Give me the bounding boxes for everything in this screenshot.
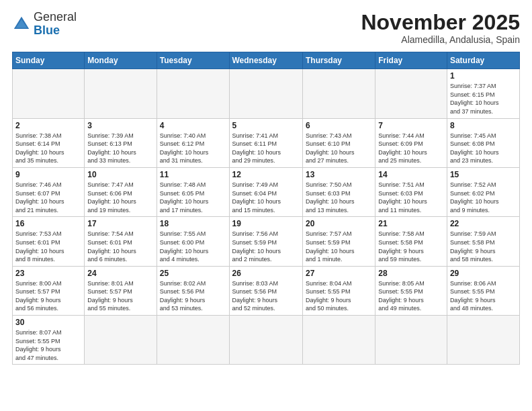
- header-wednesday: Wednesday: [229, 52, 302, 69]
- table-row: 1Sunrise: 7:37 AM Sunset: 6:15 PM Daylig…: [447, 69, 519, 118]
- table-row: [13, 69, 85, 118]
- day-number: 26: [232, 269, 300, 278]
- day-number: 16: [15, 219, 81, 228]
- day-info: Sunrise: 7:38 AM Sunset: 6:14 PM Dayligh…: [15, 132, 81, 165]
- day-info: Sunrise: 7:37 AM Sunset: 6:15 PM Dayligh…: [450, 82, 517, 116]
- calendar-row-2: 2Sunrise: 7:38 AM Sunset: 6:14 PM Daylig…: [13, 118, 520, 167]
- table-row: 21Sunrise: 7:58 AM Sunset: 5:58 PM Dayli…: [375, 217, 447, 266]
- day-info: Sunrise: 8:06 AM Sunset: 5:55 PM Dayligh…: [450, 279, 517, 313]
- day-number: 6: [306, 121, 372, 130]
- table-row: 15Sunrise: 7:52 AM Sunset: 6:02 PM Dayli…: [447, 167, 519, 216]
- month-title: November 2025: [361, 11, 520, 34]
- table-row: 23Sunrise: 8:00 AM Sunset: 5:57 PM Dayli…: [13, 266, 85, 315]
- table-row: [85, 316, 157, 365]
- day-info: Sunrise: 7:50 AM Sunset: 6:03 PM Dayligh…: [306, 181, 372, 214]
- day-number: 21: [378, 219, 444, 228]
- day-number: 30: [15, 318, 81, 327]
- table-row: 28Sunrise: 8:05 AM Sunset: 5:55 PM Dayli…: [375, 266, 447, 315]
- table-row: 4Sunrise: 7:40 AM Sunset: 6:12 PM Daylig…: [157, 118, 229, 167]
- header-thursday: Thursday: [302, 52, 375, 69]
- table-row: 26Sunrise: 8:03 AM Sunset: 5:56 PM Dayli…: [229, 266, 302, 315]
- table-row: 13Sunrise: 7:50 AM Sunset: 6:03 PM Dayli…: [302, 167, 375, 216]
- day-number: 29: [450, 269, 517, 278]
- header: General Blue November 2025 Alamedilla, A…: [12, 11, 520, 45]
- day-number: 8: [450, 121, 517, 130]
- logo-blue: Blue: [34, 24, 77, 38]
- day-info: Sunrise: 7:48 AM Sunset: 6:05 PM Dayligh…: [160, 181, 226, 214]
- day-number: 27: [306, 269, 372, 278]
- table-row: 10Sunrise: 7:47 AM Sunset: 6:06 PM Dayli…: [85, 167, 157, 216]
- day-info: Sunrise: 7:45 AM Sunset: 6:08 PM Dayligh…: [450, 132, 517, 165]
- day-info: Sunrise: 7:40 AM Sunset: 6:12 PM Dayligh…: [160, 132, 226, 165]
- table-row: 27Sunrise: 8:04 AM Sunset: 5:55 PM Dayli…: [302, 266, 375, 315]
- table-row: 12Sunrise: 7:49 AM Sunset: 6:04 PM Dayli…: [229, 167, 302, 216]
- day-info: Sunrise: 7:41 AM Sunset: 6:11 PM Dayligh…: [232, 132, 300, 165]
- day-number: 24: [87, 269, 153, 278]
- table-row: [157, 69, 229, 118]
- table-row: [157, 316, 229, 365]
- day-info: Sunrise: 7:57 AM Sunset: 5:59 PM Dayligh…: [306, 230, 372, 263]
- header-tuesday: Tuesday: [157, 52, 229, 69]
- day-info: Sunrise: 7:43 AM Sunset: 6:10 PM Dayligh…: [306, 132, 372, 165]
- table-row: [229, 69, 302, 118]
- day-info: Sunrise: 7:49 AM Sunset: 6:04 PM Dayligh…: [232, 181, 300, 214]
- table-row: 29Sunrise: 8:06 AM Sunset: 5:55 PM Dayli…: [447, 266, 519, 315]
- table-row: 6Sunrise: 7:43 AM Sunset: 6:10 PM Daylig…: [302, 118, 375, 167]
- header-sunday: Sunday: [13, 52, 85, 69]
- day-number: 5: [232, 121, 300, 130]
- logo-icon: [12, 15, 31, 34]
- day-info: Sunrise: 7:54 AM Sunset: 6:01 PM Dayligh…: [87, 230, 153, 263]
- table-row: 8Sunrise: 7:45 AM Sunset: 6:08 PM Daylig…: [447, 118, 519, 167]
- table-row: 19Sunrise: 7:56 AM Sunset: 5:59 PM Dayli…: [229, 217, 302, 266]
- day-info: Sunrise: 7:44 AM Sunset: 6:09 PM Dayligh…: [378, 132, 444, 165]
- table-row: 11Sunrise: 7:48 AM Sunset: 6:05 PM Dayli…: [157, 167, 229, 216]
- table-row: 24Sunrise: 8:01 AM Sunset: 5:57 PM Dayli…: [85, 266, 157, 315]
- day-info: Sunrise: 8:05 AM Sunset: 5:55 PM Dayligh…: [378, 279, 444, 313]
- day-number: 17: [87, 219, 153, 228]
- logo-text: General Blue: [34, 11, 77, 38]
- day-number: 15: [450, 170, 517, 179]
- day-info: Sunrise: 7:46 AM Sunset: 6:07 PM Dayligh…: [15, 181, 81, 214]
- table-row: 3Sunrise: 7:39 AM Sunset: 6:13 PM Daylig…: [85, 118, 157, 167]
- day-number: 9: [15, 170, 81, 179]
- location: Alamedilla, Andalusia, Spain: [361, 34, 520, 45]
- calendar: Sunday Monday Tuesday Wednesday Thursday…: [12, 52, 520, 365]
- day-info: Sunrise: 7:47 AM Sunset: 6:06 PM Dayligh…: [87, 181, 153, 214]
- table-row: [85, 69, 157, 118]
- logo-general: General: [34, 11, 77, 24]
- table-row: 14Sunrise: 7:51 AM Sunset: 6:03 PM Dayli…: [375, 167, 447, 216]
- day-number: 20: [306, 219, 372, 228]
- table-row: 5Sunrise: 7:41 AM Sunset: 6:11 PM Daylig…: [229, 118, 302, 167]
- table-row: 7Sunrise: 7:44 AM Sunset: 6:09 PM Daylig…: [375, 118, 447, 167]
- table-row: [375, 69, 447, 118]
- day-info: Sunrise: 8:01 AM Sunset: 5:57 PM Dayligh…: [87, 279, 153, 313]
- calendar-row-4: 16Sunrise: 7:53 AM Sunset: 6:01 PM Dayli…: [13, 217, 520, 266]
- day-info: Sunrise: 7:59 AM Sunset: 5:58 PM Dayligh…: [450, 230, 517, 263]
- day-number: 10: [87, 170, 153, 179]
- day-number: 4: [160, 121, 226, 130]
- table-row: [302, 69, 375, 118]
- day-info: Sunrise: 7:56 AM Sunset: 5:59 PM Dayligh…: [232, 230, 300, 263]
- day-number: 25: [160, 269, 226, 278]
- day-number: 23: [15, 269, 81, 278]
- day-info: Sunrise: 8:02 AM Sunset: 5:56 PM Dayligh…: [160, 279, 226, 313]
- day-number: 14: [378, 170, 444, 179]
- calendar-row-5: 23Sunrise: 8:00 AM Sunset: 5:57 PM Dayli…: [13, 266, 520, 315]
- day-number: 2: [15, 121, 81, 130]
- calendar-row-1: 1Sunrise: 7:37 AM Sunset: 6:15 PM Daylig…: [13, 69, 520, 118]
- table-row: 25Sunrise: 8:02 AM Sunset: 5:56 PM Dayli…: [157, 266, 229, 315]
- table-row: 22Sunrise: 7:59 AM Sunset: 5:58 PM Dayli…: [447, 217, 519, 266]
- table-row: 2Sunrise: 7:38 AM Sunset: 6:14 PM Daylig…: [13, 118, 85, 167]
- day-number: 3: [87, 121, 153, 130]
- calendar-row-6: 30Sunrise: 8:07 AM Sunset: 5:55 PM Dayli…: [13, 316, 520, 365]
- day-info: Sunrise: 7:51 AM Sunset: 6:03 PM Dayligh…: [378, 181, 444, 214]
- header-friday: Friday: [375, 52, 447, 69]
- table-row: 18Sunrise: 7:55 AM Sunset: 6:00 PM Dayli…: [157, 217, 229, 266]
- day-number: 1: [450, 71, 517, 81]
- header-saturday: Saturday: [447, 52, 519, 69]
- day-info: Sunrise: 7:53 AM Sunset: 6:01 PM Dayligh…: [15, 230, 81, 263]
- day-number: 19: [232, 219, 300, 228]
- page: General Blue November 2025 Alamedilla, A…: [0, 0, 532, 411]
- calendar-row-3: 9Sunrise: 7:46 AM Sunset: 6:07 PM Daylig…: [13, 167, 520, 216]
- day-info: Sunrise: 8:04 AM Sunset: 5:55 PM Dayligh…: [306, 279, 372, 313]
